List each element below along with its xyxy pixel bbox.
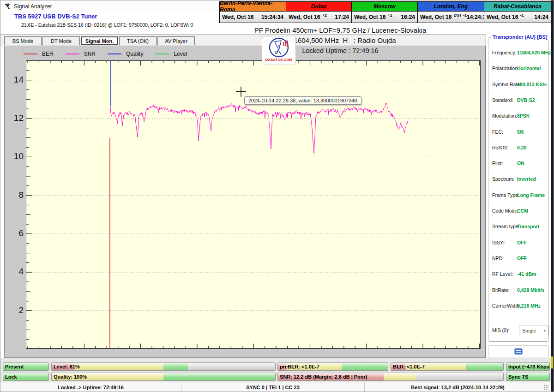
statusbar-section-2: Best signal: 13,2 dB (2024-10-14 22:29) — [365, 382, 551, 392]
transponder-value: 0.20 — [517, 145, 526, 150]
legend-label: BER — [42, 51, 54, 57]
meter-sheen — [52, 363, 275, 370]
transponder-label: Pilot: — [492, 160, 503, 166]
legend-item-level: Level — [155, 51, 187, 57]
transponder-value: 0,216 MHz — [517, 303, 541, 309]
transponder-row-0: Frequency:11604,520 MHz — [492, 50, 547, 55]
app-dish-icon — [4, 3, 11, 10]
y-tick-label-4: 4 — [7, 267, 24, 277]
transponder-value: OFF — [517, 240, 527, 245]
y-tick-label-8: 8 — [7, 190, 24, 200]
meter-lock: Lock — [3, 373, 49, 381]
y-tick-label-6: 6 — [7, 228, 24, 238]
export-list-icon — [514, 348, 523, 355]
antenna-info-line: PF Prodelin 450cm+ LOF=9.75 GHz / Lucene… — [199, 26, 482, 34]
frequency-service-line: f=11604,500 MHz_H_ : Radio Oujda — [199, 36, 482, 44]
logo-text: DXSATCS.COM — [265, 58, 293, 62]
meter-preber: preBER: <1.0E-7 — [277, 362, 388, 371]
transponder-label: BitRate: — [492, 287, 509, 293]
world-clocks: Berlin-Paris-Vienna-RomaWed, Oct 1615:24… — [219, 1, 551, 23]
legend-label: SNR — [84, 51, 96, 57]
legend-item-ber: BER — [24, 51, 54, 57]
clock-time-row: Wed, Oct 16+116:24 — [352, 12, 417, 23]
clock-date: Wed, Oct 16 — [222, 14, 253, 20]
transponder-label: Frequency: — [492, 50, 517, 55]
tab-signal-mon-[interactable]: Signal Mon. — [81, 36, 118, 45]
clock-time: 15:24:34 — [261, 14, 283, 20]
tab-dt-mode[interactable]: DT Mode — [42, 36, 80, 45]
meter-label: SNR: 12,2 dB (Margin: 2,8 dB | Poor) — [280, 373, 367, 381]
transponder-value: -41 dBm — [517, 271, 536, 277]
transponder-panel-title: Transponder (AU) [BS] — [491, 34, 549, 40]
transponder-label: Polarization: — [492, 65, 519, 71]
signal-chart-plot[interactable]: 2024-10-14 22.28.38, value: 13,300000190… — [26, 60, 481, 349]
transponder-label: Modulation: — [492, 113, 517, 119]
transponder-row-11: Stream type:Transport — [492, 224, 547, 229]
legend-swatch-level — [155, 53, 169, 54]
transponder-value: 11604,520 MHz — [517, 50, 551, 55]
dxsatcs-logo: DXSATCS.COM — [262, 36, 296, 65]
transponder-label: Standard: — [492, 97, 513, 103]
tab-tsa-ok-[interactable]: TSA (OK) — [119, 36, 157, 45]
background-window-notch — [551, 356, 553, 368]
meter-ber: BER: <1.0E-7 — [391, 362, 504, 371]
vertical-divider — [486, 35, 486, 357]
legend-swatch-quality — [108, 53, 121, 54]
meter-input: Input (~470 Kbps) — [506, 362, 550, 371]
transponder-row-7: Pilot:ON — [492, 160, 547, 166]
transponder-label: Stream type: — [492, 224, 520, 229]
clock-utc-offset: DST -1 — [453, 13, 467, 18]
transponder-value: OFF — [517, 255, 527, 261]
chevron-down-icon: ▾ — [543, 328, 546, 333]
transponder-value: DVB-S2 — [517, 97, 535, 103]
transponder-row-5: FEC:5/6 — [492, 129, 547, 135]
clock-date: Wed, Oct 16 — [289, 14, 320, 20]
clock-date: Wed, Oct 16 — [354, 14, 385, 20]
y-tick-label-12: 12 — [7, 113, 24, 123]
transponder-row-3: Standard:DVB-S2 — [492, 97, 547, 103]
clock-time-row: Wed, Oct 16+217:24 — [286, 12, 351, 23]
tab-bs-mode[interactable]: BS Mode — [4, 36, 42, 45]
chart-tooltip: 2024-10-14 22.28.38, value: 13,300000190… — [244, 96, 361, 105]
transponder-value: Inverted — [517, 176, 536, 182]
transponder-value: 5/6 — [517, 129, 524, 135]
resize-grip[interactable] — [543, 385, 549, 390]
transponder-label: MIS (0): — [492, 327, 509, 333]
status-bar: Locked -> Uptime: 72:49:16SYNC 0 | TEI 1… — [0, 382, 551, 392]
transponder-value: CCM — [517, 208, 528, 214]
clock-moscow: MoscowWed, Oct 16+116:24 — [352, 2, 418, 23]
y-tick-label-14: 14 — [7, 75, 24, 85]
clock-date: Wed, Oct 16 — [420, 14, 452, 20]
meter-label: BER: <1.0E-7 — [393, 363, 425, 371]
satellite-dish-logo-icon — [268, 37, 289, 58]
transponder-row-16: CarrierWidth:0,216 MHz — [492, 303, 547, 309]
export-button[interactable] — [488, 345, 549, 357]
transponder-row-mis: MIS (0):Single▾ — [492, 327, 547, 333]
clock-utc-offset: -1 — [520, 13, 524, 18]
meter-syncts: Sync TS — [506, 373, 550, 381]
clock-time: 14:24 — [534, 14, 548, 20]
clock-city-label: Berlin-Paris-Vienna-Roma — [220, 2, 286, 12]
tab-av-player[interactable]: AV Player — [157, 36, 195, 45]
legend-label: Level — [174, 51, 187, 57]
transponder-value: ON — [517, 160, 524, 166]
transponder-row-6: RollOff:0.20 — [492, 145, 547, 150]
mode-tabs: BS ModeDT ModeSignal Mon.TSA (OK)AV Play… — [4, 36, 195, 45]
transponder-value: 8PSK — [517, 113, 530, 119]
meter-present: Present — [3, 362, 49, 371]
clock-time: 16:24 — [401, 14, 415, 20]
transponder-value: Horizontal — [517, 65, 541, 71]
clock-utc-offset: +1 — [387, 13, 392, 18]
tuner-name: TBS 5927 USB DVB-S2 Tuner — [14, 13, 97, 20]
signal-analyzer-window: Signal Analyzer Berlin-Paris-Vienna-Roma… — [0, 0, 554, 392]
mis-select[interactable]: Single▾ — [519, 326, 548, 335]
transponder-label: RF Level: — [492, 271, 513, 277]
clock-rabat-casablanca: Rabat-CasablancaWed, Oct 16-114:24 — [484, 2, 551, 23]
clock-utc-offset: +2 — [322, 13, 326, 18]
clock-city-label: London, Eng — [418, 2, 484, 12]
clock-city-label: Moscow — [352, 2, 417, 12]
transponder-label: NPD: — [492, 255, 504, 261]
clock-berlin-paris-vienna-roma: Berlin-Paris-Vienna-RomaWed, Oct 1615:24… — [220, 2, 286, 23]
clock-dubai: DubaiWed, Oct 16+217:24 — [286, 2, 352, 23]
transponder-panel: Transponder (AU) [BS] Frequency:11604,52… — [488, 37, 549, 342]
